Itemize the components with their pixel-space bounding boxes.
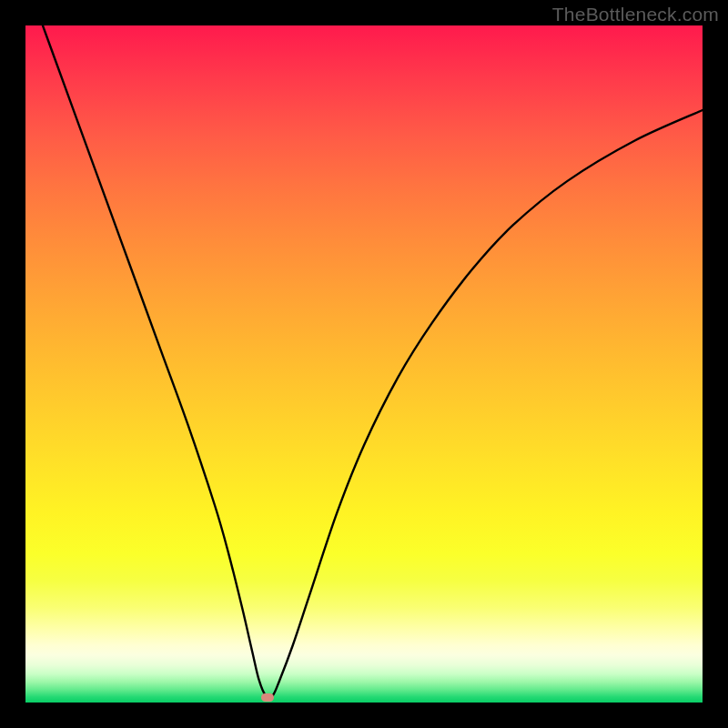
optimum-marker bbox=[261, 693, 274, 702]
plot-area bbox=[25, 25, 703, 703]
chart-container: TheBottleneck.com bbox=[0, 0, 728, 728]
watermark-text: TheBottleneck.com bbox=[552, 4, 719, 25]
curve-layer bbox=[25, 25, 703, 703]
bottleneck-curve bbox=[25, 25, 703, 698]
